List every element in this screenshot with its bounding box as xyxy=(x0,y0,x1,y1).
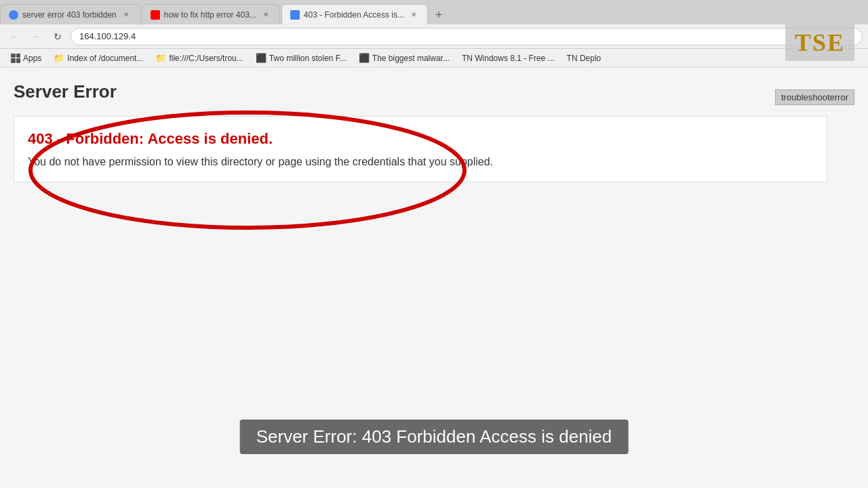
forward-button[interactable]: → xyxy=(27,28,45,45)
error-description: You do not have permission to view this … xyxy=(28,156,813,168)
tab-favicon-3 xyxy=(290,10,300,20)
bookmark-biggest[interactable]: ⬛ The biggest malwar... xyxy=(353,52,455,64)
tab-close-3[interactable]: ✕ xyxy=(408,9,419,20)
nav-bar: ← → ↻ 164.100.129.4 xyxy=(0,24,868,49)
page-content: Server Error 403 - Forbidden: Access is … xyxy=(0,68,868,488)
folder-icon-file: 📁 xyxy=(155,53,166,63)
caption-text: Server Error: 403 Forbidden Access is de… xyxy=(256,426,612,447)
bookmark-apps-label: Apps xyxy=(23,54,41,63)
bookmarks-bar: Apps 📁 Index of /document... 📁 file:///C… xyxy=(0,49,868,68)
tab-close-1[interactable]: ✕ xyxy=(121,9,132,20)
tab-bar: server error 403 forbidden ✕ how to fix … xyxy=(0,0,868,24)
bookmark-tn-windows-label: TN Windows 8.1 - Free ... xyxy=(462,54,555,63)
tab-favicon-1 xyxy=(9,10,18,20)
bookmark-index[interactable]: 📁 Index of /document... xyxy=(48,52,149,64)
address-text: 164.100.129.4 xyxy=(79,31,136,41)
tab-close-2[interactable]: ✕ xyxy=(260,9,271,20)
tab-title-1: server error 403 forbidden xyxy=(22,10,117,20)
refresh-button[interactable]: ↻ xyxy=(49,28,66,45)
page-title: Server Error xyxy=(14,81,854,102)
red-icon-two-million: ⬛ xyxy=(256,53,267,63)
address-bar[interactable]: 164.100.129.4 xyxy=(71,28,863,45)
tab-title-3: 403 - Forbidden Access is... xyxy=(304,10,404,20)
bookmark-two-million[interactable]: ⬛ Two million stolen F... xyxy=(250,52,352,64)
bookmark-apps[interactable]: Apps xyxy=(5,52,47,64)
tab-3[interactable]: 403 - Forbidden Access is... ✕ xyxy=(281,4,428,24)
browser-window: server error 403 forbidden ✕ how to fix … xyxy=(0,0,868,488)
apps-grid-icon xyxy=(11,54,20,63)
tse-logo: TSE xyxy=(785,24,854,61)
tab-1[interactable]: server error 403 forbidden ✕ xyxy=(0,4,140,24)
red-icon-biggest: ⬛ xyxy=(359,53,370,63)
bookmark-file-label: file:///C:/Users/trou... xyxy=(169,54,243,63)
bookmark-biggest-label: The biggest malwar... xyxy=(372,54,450,63)
tse-logo-text: TSE xyxy=(795,29,845,56)
tab-favicon-2 xyxy=(151,10,160,20)
error-box: 403 - Forbidden: Access is denied. You d… xyxy=(14,116,827,182)
bookmark-tn-windows[interactable]: TN Windows 8.1 - Free ... xyxy=(456,52,560,64)
back-button[interactable]: ← xyxy=(5,28,23,45)
bookmark-index-label: Index of /document... xyxy=(67,54,143,63)
error-section: 403 - Forbidden: Access is denied. You d… xyxy=(14,116,854,182)
bookmark-two-million-label: Two million stolen F... xyxy=(269,54,347,63)
bookmark-tn-deploy-label: TN Deplo xyxy=(567,54,601,63)
bookmark-tn-deploy[interactable]: TN Deplo xyxy=(561,52,607,64)
folder-icon-index: 📁 xyxy=(54,53,64,63)
error-heading: 403 - Forbidden: Access is denied. xyxy=(28,130,813,148)
troubleshooterror-badge: troubleshooterror xyxy=(775,89,854,105)
tab-2[interactable]: how to fix http error 403... ✕ xyxy=(142,4,280,24)
caption-bar: Server Error: 403 Forbidden Access is de… xyxy=(240,420,629,454)
troubleshooterror-text: troubleshooterror xyxy=(781,92,848,102)
new-tab-button[interactable]: + xyxy=(429,5,448,24)
bookmark-file[interactable]: 📁 file:///C:/Users/trou... xyxy=(150,52,248,64)
tab-title-2: how to fix http error 403... xyxy=(164,10,256,20)
